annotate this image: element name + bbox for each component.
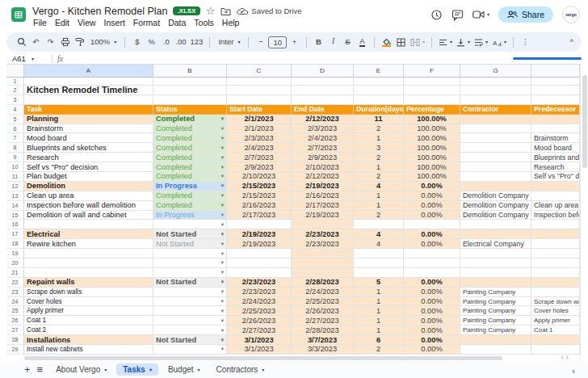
cell-contractor[interactable]: Electrical Company <box>460 239 531 249</box>
cell-predecessor[interactable]: Inspection before wall demolition <box>531 211 580 220</box>
column-header-a[interactable]: A <box>24 65 153 78</box>
row-number[interactable]: 18 <box>6 239 24 249</box>
cell-start-date[interactable]: 2/25/2023 <box>227 306 292 316</box>
cell-start-date[interactable]: 2/1/2023 <box>227 115 292 124</box>
cell-percentage[interactable]: 100.00% <box>404 115 460 124</box>
cell-predecessor[interactable]: Cover holes <box>531 306 580 316</box>
cell-end-date[interactable]: 2/28/2023 <box>292 326 354 335</box>
cell-status[interactable]: ▾ <box>153 306 227 316</box>
cell-contractor[interactable] <box>460 258 531 268</box>
cell-contractor[interactable] <box>460 220 531 229</box>
cell-end-date[interactable]: 2/19/2023 <box>292 211 354 220</box>
row-number[interactable]: 7 <box>6 133 24 143</box>
cell-start-date[interactable]: 2/10/2023 <box>227 172 292 182</box>
cell-percentage[interactable] <box>404 249 460 258</box>
cell-status[interactable]: Not Started▾ <box>153 229 227 239</box>
status-dropdown-icon[interactable]: ▾ <box>221 192 224 199</box>
cell-end-date[interactable]: 2/9/2023 <box>292 153 354 162</box>
cell-predecessor[interactable] <box>531 191 580 201</box>
cell-start-date[interactable]: 2/1/2023 <box>227 124 292 134</box>
horizontal-scrollbar[interactable]: ‹› <box>6 355 580 361</box>
cell-start-date[interactable] <box>227 220 292 229</box>
cell-task[interactable]: Rewire kitchen <box>24 239 153 249</box>
cell-contractor[interactable]: Demolition Company <box>460 191 531 201</box>
cell-predecessor[interactable] <box>531 288 580 297</box>
tab-caret-icon[interactable]: ▾ <box>149 367 152 372</box>
cell-predecessor[interactable]: Brainstorm <box>531 133 580 143</box>
row-number[interactable]: 9 <box>6 153 24 162</box>
cell-contractor[interactable] <box>460 133 531 143</box>
status-dropdown-icon[interactable]: ▾ <box>221 298 224 304</box>
cell-percentage[interactable] <box>404 95 460 105</box>
cell-duration[interactable]: 1 <box>354 191 404 201</box>
format-currency-button[interactable]: $ <box>130 38 144 46</box>
cell-status[interactable]: ▾ <box>153 220 227 229</box>
cell-contractor[interactable]: Contractor <box>460 105 531 115</box>
cell-contractor[interactable] <box>460 86 531 95</box>
cell-predecessor[interactable]: Apply primer <box>531 316 580 326</box>
version-history-icon[interactable] <box>430 9 443 21</box>
cell-predecessor[interactable] <box>531 220 580 229</box>
vertical-align-button[interactable]: ▾ <box>455 38 472 47</box>
cell-status[interactable]: Completed▾ <box>153 201 227 211</box>
cell-status[interactable]: Completed▾ <box>153 191 227 201</box>
cell-status[interactable]: ▾ <box>153 326 227 335</box>
cell-percentage[interactable] <box>404 258 460 268</box>
cell-contractor[interactable] <box>460 229 531 239</box>
cell-duration[interactable]: 2 <box>354 172 404 182</box>
more-toolbar-icon[interactable]: ⋮ <box>519 38 532 46</box>
status-dropdown-icon[interactable]: ▾ <box>221 116 224 122</box>
cell-predecessor[interactable] <box>531 115 580 124</box>
row-number[interactable]: 25 <box>6 306 24 316</box>
cell-task[interactable]: Task <box>24 105 153 115</box>
column-header-b[interactable]: B <box>153 65 227 78</box>
cell-duration[interactable] <box>354 249 404 258</box>
cell-end-date[interactable]: 2/4/2023 <box>292 133 354 143</box>
row-number[interactable]: 12 <box>6 182 24 191</box>
cell-status[interactable]: Not Started▾ <box>153 239 227 249</box>
borders-button[interactable] <box>394 38 408 47</box>
cell-duration[interactable] <box>354 95 404 105</box>
status-dropdown-icon[interactable]: ▾ <box>221 231 224 237</box>
sheets-logo-icon[interactable] <box>11 7 26 22</box>
cell-status[interactable]: Completed▾ <box>153 153 227 162</box>
tab-caret-icon[interactable]: ▾ <box>198 367 200 372</box>
cell-duration[interactable]: 1 <box>354 316 404 326</box>
document-title[interactable]: Vergo - Kitchen Remodel Plan <box>32 6 167 17</box>
cell-contractor[interactable] <box>460 95 531 105</box>
cell-status[interactable]: ▾ <box>153 86 227 95</box>
cell-end-date[interactable] <box>292 86 354 95</box>
row-number[interactable]: 26 <box>6 316 24 326</box>
menu-view[interactable]: View <box>74 17 100 28</box>
cell-contractor[interactable] <box>460 278 531 288</box>
cell-duration[interactable] <box>354 258 404 268</box>
row-number[interactable]: 19 <box>6 249 24 258</box>
menu-insert[interactable]: Insert <box>100 17 129 28</box>
cell-percentage[interactable]: Percentage <box>404 105 460 115</box>
cell-task[interactable] <box>24 220 153 229</box>
cell-predecessor[interactable] <box>531 86 580 95</box>
sheet-tab[interactable]: About Vergo▾ <box>49 363 113 376</box>
text-wrap-button[interactable]: ▾ <box>472 38 489 47</box>
cell-status[interactable]: ▾ <box>153 297 227 307</box>
cell-duration[interactable]: 4 <box>354 239 404 249</box>
number-format-button[interactable]: 123 <box>189 38 205 46</box>
cell-predecessor[interactable]: Mood board <box>531 143 580 153</box>
cell-percentage[interactable]: 100.00% <box>404 153 460 162</box>
cell-start-date[interactable]: 2/3/2023 <box>227 133 292 143</box>
cell-task[interactable]: Mood board <box>24 133 153 143</box>
cell-percentage[interactable]: 0.00% <box>404 278 460 288</box>
cell-contractor[interactable] <box>460 268 531 278</box>
status-dropdown-icon[interactable]: ▾ <box>221 183 224 189</box>
cell-end-date[interactable]: End Date <box>292 105 354 115</box>
cell-end-date[interactable]: 2/28/2023 <box>292 278 354 288</box>
cell-start-date[interactable] <box>227 78 292 86</box>
collapse-toolbar-icon[interactable]: ^ <box>570 38 573 46</box>
name-box[interactable]: A61▾ <box>0 54 47 63</box>
cell-start-date[interactable]: 2/15/2023 <box>227 191 292 201</box>
cell-end-date[interactable]: 2/19/2023 <box>292 182 354 191</box>
cell-duration[interactable] <box>354 78 404 86</box>
cell-percentage[interactable]: 0.00% <box>404 288 460 297</box>
row-number[interactable]: 1 <box>6 78 24 86</box>
cell-task[interactable]: Apply primer <box>24 306 153 316</box>
